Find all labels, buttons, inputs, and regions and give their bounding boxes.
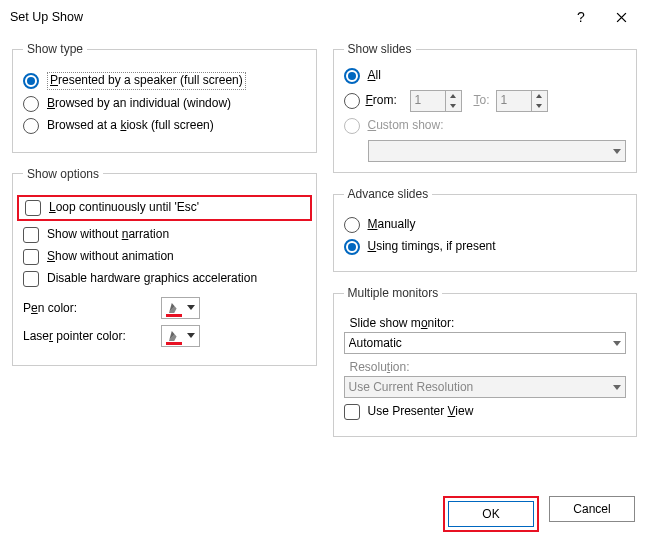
pen-icon bbox=[166, 326, 182, 342]
check-row-loop[interactable]: Loop continuously until 'Esc' bbox=[25, 200, 304, 216]
pen-color-label: Pen color: bbox=[23, 301, 153, 315]
dialog-title: Set Up Show bbox=[10, 10, 83, 24]
radio-manual[interactable] bbox=[344, 217, 360, 233]
radio-all[interactable] bbox=[344, 68, 360, 84]
cancel-button-label: Cancel bbox=[573, 502, 610, 516]
radio-row-all[interactable]: All bbox=[344, 68, 627, 84]
group-show-type: Show type Presented by a speaker (full s… bbox=[12, 42, 317, 153]
to-label: To: bbox=[474, 93, 490, 109]
group-show-slides: Show slides All From: 1 To: 1 bbox=[333, 42, 638, 173]
group-monitors: Multiple monitors Slide show monitor: Au… bbox=[333, 286, 638, 437]
resolution-label: Resolution: bbox=[350, 360, 627, 374]
group-show-options: Show options Loop continuously until 'Es… bbox=[12, 167, 317, 366]
radio-row-individual[interactable]: Browsed by an individual (window) bbox=[23, 96, 306, 112]
check-row-animation[interactable]: Show without animation bbox=[23, 249, 306, 265]
to-spinner[interactable]: 1 bbox=[496, 90, 548, 112]
highlight-loop: Loop continuously until 'Esc' bbox=[17, 195, 312, 221]
check-disable-hw-label: Disable hardware graphics acceleration bbox=[47, 271, 257, 287]
group-monitors-label: Multiple monitors bbox=[344, 286, 443, 300]
check-row-disable-hw[interactable]: Disable hardware graphics acceleration bbox=[23, 271, 306, 287]
check-animation-label: Show without animation bbox=[47, 249, 174, 265]
check-loop[interactable] bbox=[25, 200, 41, 216]
laser-color-label: Laser pointer color: bbox=[23, 329, 153, 343]
radio-row-kiosk[interactable]: Browsed at a kiosk (full screen) bbox=[23, 118, 306, 134]
radio-timings[interactable] bbox=[344, 239, 360, 255]
radio-manual-label: Manually bbox=[368, 217, 416, 233]
group-advance-slides-label: Advance slides bbox=[344, 187, 433, 201]
check-disable-hw[interactable] bbox=[23, 271, 39, 287]
highlight-ok: OK bbox=[443, 496, 539, 532]
to-value: 1 bbox=[497, 91, 531, 111]
radio-row-custom: Custom show: bbox=[344, 118, 627, 134]
radio-custom bbox=[344, 118, 360, 134]
chevron-down-icon bbox=[187, 305, 195, 310]
radio-individual-label: Browsed by an individual (window) bbox=[47, 96, 231, 112]
group-show-options-label: Show options bbox=[23, 167, 103, 181]
resolution-combo-value: Use Current Resolution bbox=[349, 380, 474, 394]
radio-row-speaker[interactable]: Presented by a speaker (full screen) bbox=[23, 72, 306, 90]
ok-button-label: OK bbox=[482, 507, 499, 521]
help-button[interactable]: ? bbox=[561, 2, 601, 32]
chevron-down-icon bbox=[613, 385, 621, 390]
radio-row-from[interactable]: From: 1 To: 1 bbox=[344, 90, 627, 112]
check-row-presenter[interactable]: Use Presenter View bbox=[344, 404, 627, 420]
custom-show-combo bbox=[368, 140, 627, 162]
cancel-button[interactable]: Cancel bbox=[549, 496, 635, 522]
chevron-down-icon bbox=[187, 333, 195, 338]
monitor-combo[interactable]: Automatic bbox=[344, 332, 627, 354]
radio-row-timings[interactable]: Using timings, if present bbox=[344, 239, 627, 255]
check-narration[interactable] bbox=[23, 227, 39, 243]
check-presenter-label: Use Presenter View bbox=[368, 404, 474, 420]
check-row-narration[interactable]: Show without narration bbox=[23, 227, 306, 243]
check-narration-label: Show without narration bbox=[47, 227, 169, 243]
group-show-slides-label: Show slides bbox=[344, 42, 416, 56]
radio-timings-label: Using timings, if present bbox=[368, 239, 496, 255]
radio-custom-label: Custom show: bbox=[368, 118, 444, 134]
radio-from[interactable] bbox=[344, 93, 360, 109]
check-animation[interactable] bbox=[23, 249, 39, 265]
radio-row-manual[interactable]: Manually bbox=[344, 217, 627, 233]
from-value: 1 bbox=[411, 91, 445, 111]
chevron-down-icon bbox=[613, 341, 621, 346]
laser-color-picker[interactable] bbox=[161, 325, 200, 347]
radio-from-label: From: bbox=[366, 93, 404, 109]
monitor-label: Slide show monitor: bbox=[350, 316, 627, 330]
group-show-type-label: Show type bbox=[23, 42, 87, 56]
resolution-combo: Use Current Resolution bbox=[344, 376, 627, 398]
check-presenter[interactable] bbox=[344, 404, 360, 420]
pen-color-picker[interactable] bbox=[161, 297, 200, 319]
check-loop-label: Loop continuously until 'Esc' bbox=[49, 200, 199, 216]
radio-kiosk[interactable] bbox=[23, 118, 39, 134]
group-advance-slides: Advance slides Manually Using timings, i… bbox=[333, 187, 638, 272]
radio-individual[interactable] bbox=[23, 96, 39, 112]
ok-button[interactable]: OK bbox=[448, 501, 534, 527]
radio-all-label: All bbox=[368, 68, 381, 84]
from-spinner[interactable]: 1 bbox=[410, 90, 462, 112]
radio-kiosk-label: Browsed at a kiosk (full screen) bbox=[47, 118, 214, 134]
radio-speaker-label: Presented by a speaker (full screen) bbox=[47, 72, 246, 90]
radio-speaker[interactable] bbox=[23, 73, 39, 89]
close-button[interactable] bbox=[601, 2, 641, 32]
monitor-combo-value: Automatic bbox=[349, 336, 402, 350]
pen-icon bbox=[166, 298, 182, 314]
close-icon bbox=[616, 12, 627, 23]
